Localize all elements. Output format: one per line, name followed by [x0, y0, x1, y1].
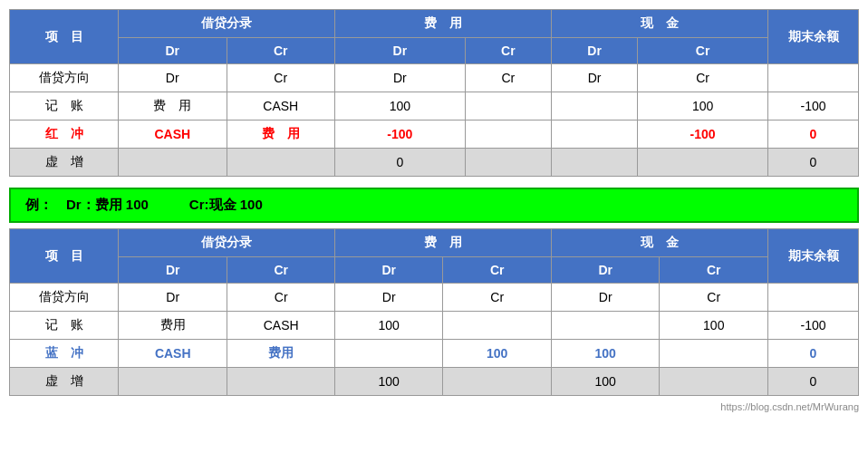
t1-row-chong: 红 冲 CASH 费 用 -100 -100 0 — [10, 120, 859, 149]
t1-xuzeng-xj-cr — [638, 149, 768, 177]
t2-jizhang-qimo: -100 — [768, 312, 859, 340]
t1-jizhang-fy-cr — [465, 92, 551, 120]
t1-header-jiedai: 借贷分录 — [119, 10, 335, 38]
t1-xuzeng-xj-dr — [551, 149, 637, 177]
t2-jizhang-xj-cr: 100 — [660, 312, 768, 340]
t2-row-jizhang: 记 账 费用 CASH 100 100 -100 — [10, 312, 859, 340]
t2-chong-fy-cr: 100 — [443, 340, 552, 368]
t1-header-xianjin: 现 金 — [551, 10, 767, 38]
t1-jizhang-fy-dr: 100 — [335, 92, 466, 120]
t1-jizhang-xj-dr — [551, 92, 637, 120]
t2-xuzeng-fy-cr — [443, 368, 552, 396]
t2-sub-jd-dr: Dr — [119, 257, 227, 284]
t2-fangxiang-jd-dr: Dr — [119, 284, 227, 312]
t2-fangxiang-label: 借贷方向 — [10, 284, 119, 312]
t2-xuzeng-col1: 虚 增 — [10, 368, 119, 396]
t1-xuzeng-qimo: 0 — [768, 149, 859, 177]
t1-chong-qimo: 0 — [768, 120, 859, 149]
t1-sub-fy-dr: Dr — [335, 38, 466, 64]
t1-row-xuzeng: 虚 增 0 0 — [10, 149, 859, 177]
t1-chong-fy-cr — [465, 120, 551, 149]
example-box: 例： Dr：费用 100 Cr:现金 100 — [9, 188, 859, 223]
t2-fangxiang-fy-cr: Cr — [443, 284, 552, 312]
t2-chong-xj-cr — [660, 340, 768, 368]
t1-fangxiang-jd-dr: Dr — [119, 64, 227, 92]
t1-sub-xj-dr: Dr — [551, 38, 637, 64]
t1-fangxiang-jd-cr: Cr — [227, 64, 335, 92]
t1-fangxiang-fy-dr: Dr — [335, 64, 466, 92]
t1-xuzeng-jd-dr — [119, 149, 227, 177]
t1-xuzeng-fy-cr — [465, 149, 551, 177]
t1-fangxiang-xj-cr: Cr — [638, 64, 768, 92]
t1-xuzeng-col1: 虚 增 — [10, 149, 119, 177]
table-1: 项 目 借贷分录 费 用 现 金 期末余额 Dr Cr Dr Cr Dr Cr … — [9, 9, 859, 177]
t2-sub-xj-dr: Dr — [551, 257, 660, 284]
t2-fangxiang-xj-cr: Cr — [660, 284, 768, 312]
t1-header-feiyong: 费 用 — [335, 10, 552, 38]
t2-jizhang-col1: 记 账 — [10, 312, 119, 340]
t2-chong-col1: 蓝 冲 — [10, 340, 119, 368]
t2-header-jiedai: 借贷分录 — [119, 229, 335, 257]
t1-sub-jd-dr: Dr — [119, 38, 227, 64]
t2-xuzeng-fy-dr: 100 — [334, 368, 443, 396]
t1-jizhang-jd-dr: 费 用 — [119, 92, 227, 120]
table-2: 项 目 借贷分录 费 用 现 金 期末余额 Dr Cr Dr Cr Dr Cr … — [9, 228, 859, 396]
t2-jizhang-xj-dr — [551, 312, 660, 340]
t1-sub-jd-cr: Cr — [227, 38, 335, 64]
t1-sub-xj-cr: Cr — [638, 38, 768, 64]
t2-jizhang-fy-cr — [443, 312, 552, 340]
t2-jizhang-jd-cr: CASH — [227, 312, 335, 340]
t2-header-feiyong: 费 用 — [334, 229, 551, 257]
t1-sub-fy-cr: Cr — [465, 38, 551, 64]
t2-chong-qimo: 0 — [768, 340, 859, 368]
t1-xuzeng-fy-dr: 0 — [335, 149, 466, 177]
t1-chong-col1: 红 冲 — [10, 120, 119, 149]
t2-sub-xj-cr: Cr — [660, 257, 768, 284]
t1-header-qimo: 期末余额 — [768, 10, 859, 64]
t1-chong-jd-dr: CASH — [119, 120, 227, 149]
t2-fangxiang-fy-dr: Dr — [334, 284, 443, 312]
page-container: 项 目 借贷分录 费 用 现 金 期末余额 Dr Cr Dr Cr Dr Cr … — [9, 9, 859, 412]
t1-fangxiang-qimo — [768, 64, 859, 92]
t2-fangxiang-jd-cr: Cr — [227, 284, 335, 312]
t2-sub-fy-dr: Dr — [334, 257, 443, 284]
t1-xuzeng-jd-cr — [227, 149, 335, 177]
t2-fangxiang-qimo — [768, 284, 859, 312]
t2-xuzeng-jd-cr — [227, 368, 335, 396]
t1-chong-xj-cr: -100 — [638, 120, 768, 149]
t2-xuzeng-xj-cr — [660, 368, 768, 396]
t2-xuzeng-jd-dr — [119, 368, 227, 396]
t2-header-xianjin: 现 金 — [551, 229, 767, 257]
t2-fangxiang-xj-dr: Dr — [551, 284, 660, 312]
t1-jizhang-qimo: -100 — [768, 92, 859, 120]
t2-chong-jd-cr: 费用 — [227, 340, 335, 368]
t2-header-col1: 项 目 — [10, 229, 119, 284]
t2-jizhang-jd-dr: 费用 — [119, 312, 227, 340]
t1-fangxiang-fy-cr: Cr — [465, 64, 551, 92]
t1-chong-xj-dr — [551, 120, 637, 149]
t1-chong-fy-dr: -100 — [335, 120, 466, 149]
t1-row-jizhang: 记 账 费 用 CASH 100 100 -100 — [10, 92, 859, 120]
t2-jizhang-fy-dr: 100 — [334, 312, 443, 340]
t2-row-xuzeng: 虚 增 100 100 0 — [10, 368, 859, 396]
t2-xuzeng-xj-dr: 100 — [551, 368, 660, 396]
t1-chong-jd-cr: 费 用 — [227, 120, 335, 149]
t2-sub-fy-cr: Cr — [443, 257, 552, 284]
t2-chong-xj-dr: 100 — [551, 340, 660, 368]
t1-jizhang-col1: 记 账 — [10, 92, 119, 120]
t2-header-qimo: 期末余额 — [768, 229, 859, 284]
t1-fangxiang-label: 借贷方向 — [10, 64, 119, 92]
t2-sub-jd-cr: Cr — [227, 257, 335, 284]
t2-chong-fy-dr — [334, 340, 443, 368]
t1-jizhang-jd-cr: CASH — [227, 92, 335, 120]
t2-chong-jd-dr: CASH — [119, 340, 227, 368]
t1-fangxiang-xj-dr: Dr — [551, 64, 637, 92]
t2-xuzeng-qimo: 0 — [768, 368, 859, 396]
t2-row-chong: 蓝 冲 CASH 费用 100 100 0 — [10, 340, 859, 368]
watermark: https://blog.csdn.net/MrWurang — [9, 401, 859, 412]
t1-jizhang-xj-cr: 100 — [638, 92, 768, 120]
t1-header-col1: 项 目 — [10, 10, 119, 64]
